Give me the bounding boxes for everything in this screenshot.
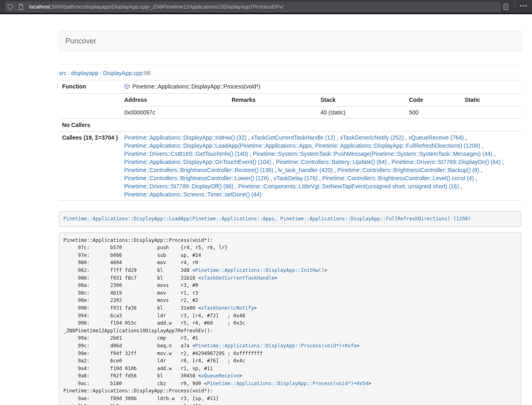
- assembly-symbol-link[interactable]: Pinetime::Applications::DisplayApp::Init…: [195, 267, 324, 273]
- callee-separator: ,: [492, 151, 495, 157]
- callee-highlight-box: Pinetime::Applications::DisplayApp::Load…: [59, 211, 521, 227]
- callee-separator: ,: [501, 159, 504, 165]
- url-host: localhost: [29, 4, 50, 10]
- breadcrumb-separator: /: [67, 70, 71, 76]
- function-name: Pinetime::Applications::DisplayApp::Proc…: [132, 83, 260, 90]
- callee-separator: ,: [464, 134, 467, 141]
- callee-separator: ,: [248, 151, 253, 157]
- breadcrumb-separator: /: [98, 70, 103, 76]
- callee-link[interactable]: Pinetime::Controllers::BrightnessControl…: [337, 167, 479, 173]
- callees-cell: Pinetime::Applications::DisplayApp::Init…: [121, 131, 521, 201]
- function-table: Function Pinetime::Applications::Display…: [59, 80, 521, 201]
- breadcrumb: src / displayapp / DisplayApp.cpp:86: [59, 70, 521, 76]
- callee-separator: ,: [246, 134, 251, 141]
- callee-separator: ,: [269, 175, 274, 181]
- callee-separator: ,: [480, 142, 483, 149]
- callee-link[interactable]: Pinetime::Applications::DisplayApp::Init…: [124, 134, 246, 141]
- breadcrumb-link[interactable]: DisplayApp.cpp: [103, 70, 142, 76]
- symbol-cube-icon: [124, 83, 130, 91]
- browser-toolbar: localhost:5000/path/src/displayapp/Displ…: [0, 0, 532, 14]
- page-content: Puncover src / displayapp / DisplayApp.c…: [59, 31, 521, 405]
- address-value: 0x0000097c: [121, 106, 228, 119]
- assembly-symbol-link[interactable]: xTaskGenericNotify: [201, 305, 254, 311]
- callee-link[interactable]: Pinetime::Drivers::St7789::DisplayOff() …: [124, 183, 233, 190]
- url-text[interactable]: localhost:5000/path/src/displayapp/Displ…: [29, 4, 283, 10]
- no-callers-cell: [121, 119, 521, 131]
- url-path: :5000/path/src/displayapp/DisplayApp.cpp…: [50, 4, 283, 10]
- callees-label: Callees (19, Σ=3704 ): [59, 131, 121, 201]
- callee-link[interactable]: Pinetime::Applications::Screens::Timer::…: [124, 191, 261, 198]
- callee-separator: ,: [387, 159, 392, 165]
- stack-value: 40 (static): [317, 106, 406, 119]
- callee-link[interactable]: Pinetime::System::SystemTask::PushMessag…: [253, 151, 493, 157]
- callee-link[interactable]: Pinetime::Controllers::BrightnessControl…: [322, 175, 474, 181]
- col-remarks: Remarks: [228, 94, 317, 106]
- stats-data-row: 0x0000097c 40 (static) 500: [121, 106, 521, 119]
- callee-link[interactable]: xTaskGenericNotify (252): [340, 134, 404, 141]
- tracking-protection-shield-icon[interactable]: [5, 4, 15, 10]
- navbar: Puncover: [59, 31, 521, 51]
- col-code: Code: [406, 94, 461, 106]
- callee-separator: ,: [335, 134, 340, 141]
- breadcrumb-line-number: :86: [142, 70, 150, 76]
- stats-table-cell: Address Remarks Stack Code Static 0x0000…: [121, 94, 521, 119]
- code-value: 500: [406, 106, 461, 119]
- function-row: Function Pinetime::Applications::Display…: [59, 80, 521, 94]
- callee-link[interactable]: Pinetime::Components::LittleVgl::SetNewT…: [238, 183, 459, 190]
- reader-mode-icon[interactable]: [501, 2, 510, 12]
- no-callers-label: No Callers: [59, 119, 121, 131]
- col-address: Address: [121, 94, 228, 106]
- stats-table: Address Remarks Stack Code Static 0x0000…: [121, 94, 521, 118]
- callee-separator: ,: [233, 183, 238, 190]
- callee-separator: ,: [474, 175, 477, 181]
- snippet-link[interactable]: Pinetime::Applications::DisplayApp::Load…: [63, 216, 471, 222]
- callee-link[interactable]: Pinetime::Drivers::Cst816S::GetTouchInfo…: [124, 151, 248, 157]
- remarks-value: [228, 106, 317, 119]
- callee-separator: ,: [479, 167, 482, 173]
- callee-separator: ,: [317, 175, 322, 181]
- callee-link[interactable]: vTaskDelay (176): [274, 175, 317, 181]
- callee-link[interactable]: Pinetime::Applications::DisplayApp::Load…: [124, 142, 480, 149]
- callee-separator: ,: [271, 159, 276, 165]
- callee-link[interactable]: lv_task_handler (420): [278, 167, 333, 173]
- col-stack: Stack: [317, 94, 406, 106]
- callee-separator: ,: [333, 167, 338, 173]
- divider: [59, 64, 521, 65]
- callees-row: Callees (19, Σ=3704 ) Pinetime::Applicat…: [59, 131, 521, 201]
- toolbar-actions: •••: [501, 2, 529, 12]
- assembly-listing: Pinetime::Applications::DisplayApp::Proc…: [59, 233, 521, 405]
- brand[interactable]: Puncover: [65, 37, 96, 45]
- callee-separator: ,: [459, 183, 462, 190]
- callee-separator: ,: [404, 134, 409, 141]
- stats-row: Address Remarks Stack Code Static 0x0000…: [59, 94, 521, 119]
- callee-link[interactable]: xTaskGetCurrentTaskHandle (12): [251, 134, 335, 141]
- assembly-symbol-link[interactable]: Pinetime::Applications::DisplayApp::Proc…: [207, 381, 368, 386]
- stats-row-label: [59, 94, 121, 119]
- page-info-icon[interactable]: [16, 4, 26, 10]
- static-value: [461, 106, 521, 119]
- no-callers-row: No Callers: [59, 119, 521, 131]
- callee-link[interactable]: Pinetime::Controllers::Battery::Update()…: [276, 159, 387, 165]
- callee-link[interactable]: Pinetime::Applications::DisplayApp::OnTo…: [124, 159, 271, 165]
- callee-link[interactable]: Pinetime::Controllers::BrightnessControl…: [124, 167, 273, 173]
- callee-separator: ,: [273, 167, 278, 173]
- stats-header-row: Address Remarks Stack Code Static: [121, 94, 521, 106]
- function-label: Function: [59, 80, 121, 94]
- callee-link[interactable]: Pinetime::Drivers::St7789::DisplayOn() (…: [392, 159, 501, 165]
- more-menu-icon[interactable]: •••: [519, 2, 529, 12]
- url-bar[interactable]: localhost:5000/path/src/displayapp/Displ…: [5, 2, 501, 12]
- callee-link[interactable]: xQueueReceive (764): [409, 134, 464, 141]
- assembly-symbol-link[interactable]: xQueueReceive: [201, 373, 239, 379]
- col-static: Static: [461, 94, 521, 106]
- breadcrumb-link[interactable]: displayapp: [71, 70, 98, 76]
- assembly-symbol-link[interactable]: Pinetime::Applications::DisplayApp::Proc…: [195, 343, 356, 349]
- assembly-symbol-link[interactable]: xTaskGetCurrentTaskHandle: [201, 275, 275, 281]
- callee-link[interactable]: Pinetime::Controllers::BrightnessControl…: [124, 175, 269, 181]
- breadcrumb-link[interactable]: src: [59, 70, 67, 76]
- toolbar-divider: [515, 3, 515, 11]
- function-name-cell: Pinetime::Applications::DisplayApp::Proc…: [121, 80, 521, 94]
